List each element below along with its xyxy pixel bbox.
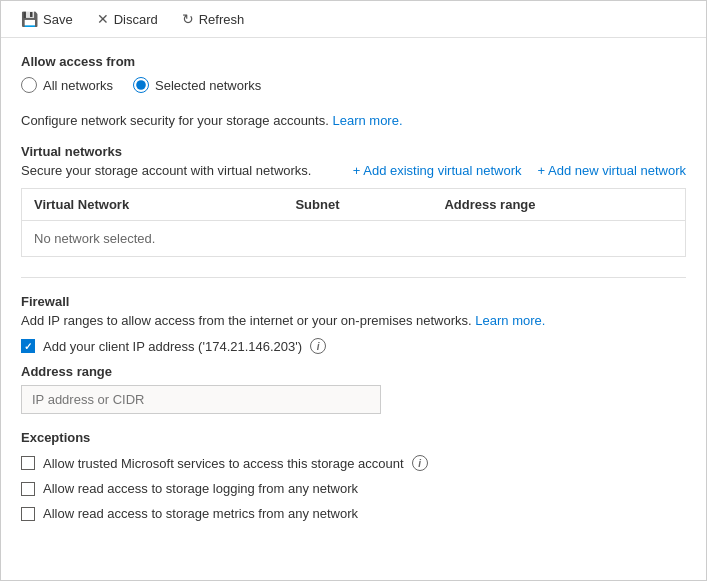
- virtual-networks-table: Virtual Network Subnet Address range No …: [21, 188, 686, 257]
- firewall-learn-more-link[interactable]: Learn more.: [475, 313, 545, 328]
- exceptions-section: Exceptions Allow trusted Microsoft servi…: [21, 430, 686, 521]
- virtual-networks-subtitle: Secure your storage account with virtual…: [21, 163, 311, 178]
- exception-label-1: Allow read access to storage logging fro…: [43, 481, 358, 496]
- virtual-networks-subtitle-row: Secure your storage account with virtual…: [21, 163, 686, 178]
- refresh-icon: ↻: [182, 11, 194, 27]
- discard-label: Discard: [114, 12, 158, 27]
- exception-row-2: Allow read access to storage metrics fro…: [21, 506, 686, 521]
- address-range-label: Address range: [21, 364, 686, 379]
- toolbar: 💾 Save ✕ Discard ↻ Refresh: [1, 1, 706, 38]
- virtual-networks-section: Virtual networks Secure your storage acc…: [21, 144, 686, 257]
- save-button[interactable]: 💾 Save: [17, 9, 77, 29]
- exception-checkbox-0[interactable]: [21, 456, 35, 470]
- save-label: Save: [43, 12, 73, 27]
- selected-networks-label: Selected networks: [155, 78, 261, 93]
- exception-checkbox-1[interactable]: [21, 482, 35, 496]
- exception-row-1: Allow read access to storage logging fro…: [21, 481, 686, 496]
- firewall-title: Firewall: [21, 294, 686, 309]
- configure-text: Configure network security for your stor…: [21, 113, 329, 128]
- exception-label-2: Allow read access to storage metrics fro…: [43, 506, 358, 521]
- all-networks-label: All networks: [43, 78, 113, 93]
- exception-info-icon-0: i: [412, 455, 428, 471]
- add-new-vnet-link[interactable]: + Add new virtual network: [538, 163, 687, 178]
- selected-networks-option[interactable]: Selected networks: [133, 77, 261, 93]
- virtual-networks-title: Virtual networks: [21, 144, 686, 159]
- exceptions-title: Exceptions: [21, 430, 686, 445]
- refresh-label: Refresh: [199, 12, 245, 27]
- all-networks-option[interactable]: All networks: [21, 77, 113, 93]
- firewall-desc-text: Add IP ranges to allow access from the i…: [21, 313, 472, 328]
- firewall-description: Add IP ranges to allow access from the i…: [21, 313, 686, 328]
- col-address-range: Address range: [432, 189, 685, 221]
- section-divider: [21, 277, 686, 278]
- add-existing-vnet-link[interactable]: + Add existing virtual network: [353, 163, 522, 178]
- client-ip-label: Add your client IP address ('174.21.146.…: [43, 339, 302, 354]
- allow-access-label: Allow access from: [21, 54, 686, 69]
- selected-networks-radio[interactable]: [133, 77, 149, 93]
- vnet-actions: + Add existing virtual network + Add new…: [353, 163, 686, 178]
- address-range-input[interactable]: [21, 385, 381, 414]
- client-ip-row: Add your client IP address ('174.21.146.…: [21, 338, 686, 354]
- client-ip-checkbox[interactable]: [21, 339, 35, 353]
- client-ip-info-icon: i: [310, 338, 326, 354]
- col-virtual-network: Virtual Network: [22, 189, 284, 221]
- exception-label-0: Allow trusted Microsoft services to acce…: [43, 456, 404, 471]
- exception-row-0: Allow trusted Microsoft services to acce…: [21, 455, 686, 471]
- discard-icon: ✕: [97, 11, 109, 27]
- exception-checkbox-2[interactable]: [21, 507, 35, 521]
- firewall-section: Firewall Add IP ranges to allow access f…: [21, 294, 686, 414]
- discard-button[interactable]: ✕ Discard: [93, 9, 162, 29]
- configure-learn-more-link[interactable]: Learn more.: [332, 113, 402, 128]
- col-subnet: Subnet: [283, 189, 432, 221]
- no-network-message: No network selected.: [22, 221, 686, 257]
- table-empty-row: No network selected.: [22, 221, 686, 257]
- main-content: Allow access from All networks Selected …: [1, 38, 706, 547]
- refresh-button[interactable]: ↻ Refresh: [178, 9, 249, 29]
- access-radio-group: All networks Selected networks: [21, 77, 686, 93]
- configure-description: Configure network security for your stor…: [21, 113, 686, 128]
- table-header-row: Virtual Network Subnet Address range: [22, 189, 686, 221]
- all-networks-radio[interactable]: [21, 77, 37, 93]
- save-icon: 💾: [21, 11, 38, 27]
- allow-access-section: Allow access from All networks Selected …: [21, 54, 686, 93]
